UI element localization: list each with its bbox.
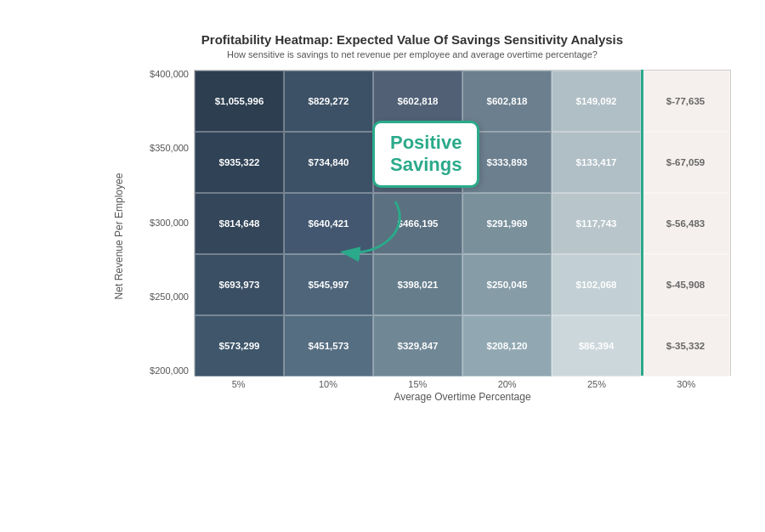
y-tick: $350,000 (150, 144, 189, 153)
heatmap-cell: $814,648 (195, 193, 284, 254)
y-tick: $250,000 (150, 292, 189, 302)
heatmap-cell: $829,272 (284, 71, 373, 132)
heatmap-cell: $149,092 (552, 71, 641, 132)
heatmap-cell: $451,573 (284, 315, 373, 376)
heatmap-cell: $208,120 (462, 315, 552, 376)
y-tick: $200,000 (150, 366, 189, 376)
heatmap-cell: $329,847 (373, 315, 462, 376)
teal-divider-line (641, 70, 643, 376)
heatmap-cell: $250,045 (462, 254, 552, 315)
heatmap-cell: $398,021 (373, 254, 462, 315)
x-tick: 25% (552, 379, 641, 389)
x-tick: 10% (283, 379, 372, 389)
chart-container: Profitability Heatmap: Expected Value Of… (17, 15, 748, 517)
heatmap-cell: $86,394 (552, 315, 641, 376)
heatmap-cell: $573,299 (195, 315, 284, 376)
heatmap-cell: $-67,059 (641, 132, 730, 193)
heatmap-cell: $-35,332 (641, 315, 730, 376)
chart-title: Profitability Heatmap: Expected Value Of… (94, 32, 731, 47)
heatmap-cell: $466,195 (373, 193, 462, 254)
x-tick: 5% (194, 379, 283, 389)
heatmap-cell: $102,068 (552, 254, 641, 315)
x-tick: 30% (642, 379, 731, 389)
x-tick: 20% (462, 379, 552, 389)
heatmap-cell: $1,055,996 (195, 71, 284, 132)
positive-savings-callout: Positive Savings (372, 121, 479, 188)
heatmap-cell: $291,969 (462, 193, 552, 254)
y-tick: $300,000 (150, 218, 189, 228)
callout-line2: Savings (390, 154, 462, 176)
heatmap-cell: $117,743 (552, 193, 641, 254)
y-tick: $400,000 (150, 70, 189, 79)
y-axis-label: Net Revenue Per Employee (113, 151, 125, 321)
heatmap-cell: $640,421 (284, 193, 373, 254)
heatmap-cell: $-56,483 (641, 193, 730, 254)
heatmap-cell: $693,973 (195, 254, 284, 315)
callout-line1: Positive (390, 132, 462, 154)
heatmap-cell: $-77,635 (641, 71, 730, 132)
heatmap-cell: $734,840 (284, 132, 373, 193)
heatmap-cell: $545,997 (284, 254, 373, 315)
heatmap-cell: $935,322 (195, 132, 284, 193)
x-axis-label: Average Overtime Percentage (194, 391, 731, 403)
chart-subtitle: How sensitive is savings to net revenue … (94, 49, 731, 59)
heatmap-cell: $133,417 (552, 132, 641, 193)
heatmap-cell: $-45,908 (641, 254, 730, 315)
x-tick: 15% (373, 379, 462, 389)
